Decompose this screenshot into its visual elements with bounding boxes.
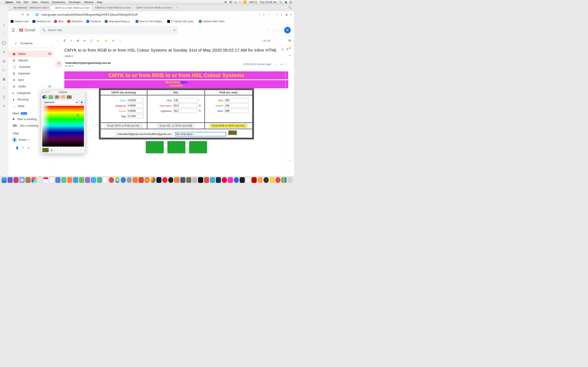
compose-button[interactable]: ＋ Compose (10, 39, 52, 48)
dock-app[interactable] (258, 177, 263, 183)
menu-edit[interactable]: Edit (24, 1, 28, 4)
dock-appstore[interactable] (121, 177, 126, 183)
speed-dial-icon[interactable]: ⊞ (27, 13, 29, 16)
read-more-link[interactable]: Here (181, 81, 187, 84)
yellow-input[interactable] (127, 109, 144, 113)
message-field[interactable] (175, 132, 226, 136)
collapse-rail-icon[interactable]: 〉 (288, 170, 291, 173)
menu-view[interactable]: View (32, 1, 37, 4)
dock-trash[interactable] (287, 177, 292, 183)
heart-icon[interactable]: ♡ (2, 86, 6, 90)
search-mail[interactable]: 🔍 Search mail ▾ (39, 26, 178, 34)
dock-app[interactable] (192, 177, 197, 183)
dock-app[interactable] (174, 177, 179, 183)
bm-amazon[interactable]: Amazon.com (11, 20, 29, 23)
dock-app[interactable] (73, 177, 78, 183)
tab-search-icon[interactable]: 🔍 (288, 6, 294, 9)
dock-xd[interactable] (228, 177, 233, 183)
control-center-icon[interactable]: ☰ (290, 1, 292, 4)
menu-history[interactable]: History (41, 1, 49, 4)
dock-app[interactable] (216, 177, 221, 183)
back-to-inbox[interactable]: ← (57, 39, 59, 42)
add-task-icon[interactable]: ✔⁺ (97, 39, 101, 42)
sliders-mode[interactable] (48, 95, 53, 99)
pencils-mode[interactable] (67, 95, 72, 99)
dock-opera[interactable] (162, 177, 167, 183)
dock-app[interactable] (210, 177, 215, 183)
dock-app[interactable] (240, 177, 245, 183)
nav-starred[interactable]: ★Starred (8, 57, 53, 64)
tab-cmyk-3[interactable]: CMYK to or from RGB to or from (133, 5, 173, 11)
dock-safari[interactable] (19, 177, 25, 183)
btn-email-hsl[interactable]: Email HSL to CMYK and RGB (157, 124, 194, 128)
delete-icon[interactable]: 🗑 (77, 39, 79, 42)
magenta-input[interactable] (127, 104, 144, 108)
bm-booking[interactable]: Booking.com (33, 20, 51, 23)
hangouts-icon[interactable]: ❝ (22, 146, 24, 150)
menu-file[interactable]: File (16, 1, 21, 4)
dock-app[interactable] (85, 177, 90, 183)
dock-ps[interactable] (156, 177, 162, 183)
bookmark-heart-icon[interactable]: ♡ (2, 32, 6, 36)
hamburger-icon[interactable]: ☰ (11, 28, 15, 33)
spectrum-canvas[interactable] (42, 106, 84, 147)
more-icon[interactable]: ⋯ (2, 170, 6, 174)
tab-webmail[interactable]: My Webmail :: Welcome to My V (10, 5, 51, 11)
snooze-icon[interactable]: 🕒 (90, 39, 93, 42)
siri-icon[interactable]: ◉ (285, 1, 287, 4)
image-mode[interactable] (61, 95, 66, 99)
bm-venn[interactable]: Venn vs Tree Diagra... (136, 20, 164, 23)
colours-panel[interactable]: Colours Spectrum ✱ 💧 (41, 90, 85, 154)
messenger-icon[interactable]: 💬 (2, 41, 6, 45)
bm-vsphere[interactable]: vSphere Web Client (199, 20, 225, 23)
green-input[interactable] (224, 104, 249, 108)
url-field[interactable]: mail.google.com/mail/u/0/#inbox/FMfcgxwH… (42, 13, 256, 16)
reply-icon[interactable]: ↩ (281, 63, 283, 66)
status-icon[interactable]: ⚙︎ (224, 1, 227, 4)
spotlight-icon[interactable]: 🔍 (279, 1, 282, 4)
red-input[interactable] (224, 98, 249, 102)
dock-app[interactable] (281, 177, 286, 183)
menu-window[interactable]: Window (84, 1, 94, 4)
key-input[interactable] (127, 114, 144, 118)
next-message[interactable]: 〉 (282, 39, 284, 43)
recipient[interactable]: to me ▾ (65, 64, 241, 67)
play-icon[interactable]: ▷ (2, 68, 6, 72)
dock-app[interactable] (13, 177, 18, 183)
btn-email-cmyk[interactable]: Email CMYK to RGB and HSL (105, 124, 142, 128)
recipient-emails[interactable] (116, 132, 173, 136)
wifi-icon[interactable]: 📶 (243, 1, 247, 4)
dock-app[interactable] (139, 177, 144, 183)
dock-app[interactable] (269, 177, 275, 183)
dock-app[interactable] (8, 177, 13, 183)
menu-help[interactable]: Help (97, 1, 102, 4)
history-icon[interactable]: ↻ (2, 104, 6, 108)
palettes-mode[interactable] (54, 95, 60, 99)
dock-app[interactable] (67, 177, 72, 183)
blue-input[interactable] (224, 109, 249, 113)
dock-app[interactable] (115, 177, 120, 183)
sender-address[interactable]: rmetcalfe@rjmprogramming.com.au (65, 61, 241, 64)
cyan-input[interactable] (127, 98, 144, 102)
nav-important[interactable]: ❯Important (8, 70, 53, 77)
bm-sql[interactable]: 27 Handy SQL Quer... (167, 20, 195, 23)
dock-app[interactable] (103, 177, 108, 183)
dock-app[interactable] (133, 177, 138, 183)
dock-firefox[interactable] (145, 177, 150, 183)
colour-wheel-mode[interactable] (42, 95, 47, 99)
menu-bookmarks[interactable]: Bookmarks (52, 1, 65, 4)
dock-app[interactable] (276, 177, 281, 183)
dock-app[interactable] (127, 177, 132, 183)
dock-calendar[interactable] (43, 177, 48, 183)
tab-gmail[interactable]: CMYK to or from RGB to or from (51, 5, 92, 11)
nav-snoozed[interactable]: 🕒Snoozed (8, 64, 53, 70)
account-avatar[interactable]: R (284, 27, 291, 33)
spam-icon[interactable]: ⚠ (70, 39, 72, 42)
app-name[interactable]: Opera (5, 1, 13, 4)
btn-email-rgb[interactable]: Email RGB to CMYK and HSL (210, 124, 247, 128)
current-colour-swatch[interactable] (42, 148, 49, 152)
bm-facebook[interactable]: Facebook (86, 20, 101, 23)
menu-developer[interactable]: Developer (69, 1, 81, 4)
news-icon[interactable]: ☰ (2, 95, 6, 99)
dock-app[interactable] (180, 177, 185, 183)
